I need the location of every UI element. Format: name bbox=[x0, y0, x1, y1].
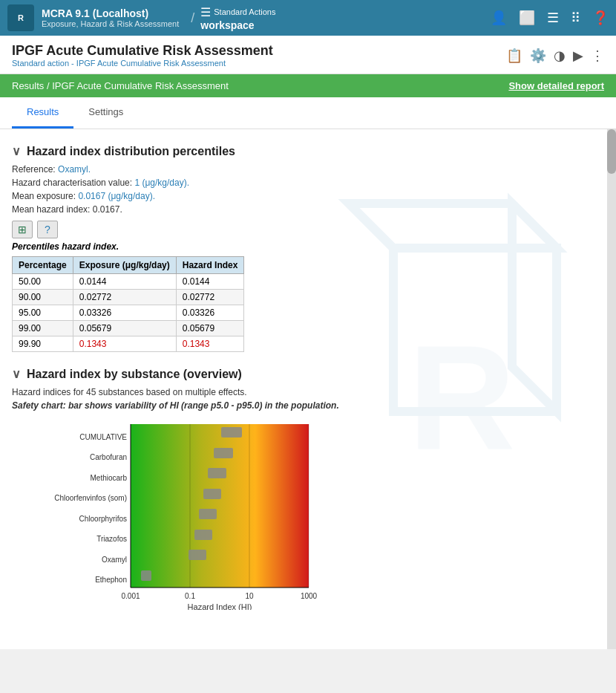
action-title-area: IPGF Acute Cumulative Risk Assessment St… bbox=[12, 43, 506, 68]
scrollbar[interactable] bbox=[607, 129, 616, 649]
svg-text:Triazofos: Triazofos bbox=[96, 535, 127, 543]
svg-rect-17 bbox=[203, 489, 221, 499]
person-icon[interactable]: 👤 bbox=[491, 10, 507, 26]
svg-text:Ethephon: Ethephon bbox=[95, 576, 127, 584]
substance-subtitle: Hazard indices for 45 substances based o… bbox=[12, 387, 595, 397]
hazard-char-value: 1 (μg/kg/day). bbox=[134, 178, 189, 188]
table-row: 95.000.033260.03326 bbox=[13, 305, 244, 321]
svg-text:Carbofuran: Carbofuran bbox=[90, 453, 127, 461]
tabs-bar: Results Settings bbox=[0, 97, 616, 129]
show-detailed-report-button[interactable]: Show detailed report bbox=[508, 80, 604, 91]
svg-text:CUMULATIVE: CUMULATIVE bbox=[79, 433, 127, 441]
table-cell: 50.00 bbox=[13, 274, 73, 290]
section-substance-title: Hazard index by substance (overview) bbox=[27, 368, 242, 381]
app-name: MCRA 9.1 (Localhost) bbox=[42, 7, 179, 19]
col-header-percentage: Percentage bbox=[13, 257, 73, 274]
table-cell: 0.05679 bbox=[176, 321, 244, 336]
section-hazard-index: ∨ Hazard index distribution percentiles bbox=[12, 144, 595, 158]
svg-rect-13 bbox=[214, 448, 233, 458]
percentiles-label: Percentiles hazard index. bbox=[12, 241, 595, 252]
table-cell: 0.1343 bbox=[176, 336, 244, 352]
workspace-group: ☰ Standard Actions workspace bbox=[200, 5, 275, 31]
svg-rect-11 bbox=[221, 427, 242, 437]
table-cell: 0.03326 bbox=[73, 305, 176, 321]
table-row: 50.000.01440.0144 bbox=[13, 274, 244, 290]
breadcrumb: Results / IPGF Acute Cumulative Risk Ass… bbox=[12, 80, 229, 91]
play-icon[interactable]: ▶ bbox=[573, 48, 583, 64]
svg-rect-19 bbox=[199, 509, 217, 519]
svg-text:0.1: 0.1 bbox=[185, 592, 195, 600]
top-nav: R MCRA 9.1 (Localhost) Exposure, Hazard … bbox=[0, 0, 616, 36]
hazard-chart: CUMULATIVE Carbofuran Methiocarb Chloorf… bbox=[19, 417, 331, 612]
page-subtitle: Standard action - IPGF Acute Cumulative … bbox=[12, 59, 506, 68]
svg-rect-15 bbox=[208, 468, 226, 478]
mean-hazard-line: Mean hazard index: 0.0167. bbox=[12, 204, 595, 215]
svg-text:1000: 1000 bbox=[301, 592, 318, 600]
svg-text:Chloorfenvinfos (som): Chloorfenvinfos (som) bbox=[54, 494, 127, 502]
tab-settings[interactable]: Settings bbox=[73, 97, 138, 128]
table-row: 90.000.027720.02772 bbox=[13, 290, 244, 305]
action-bar-icons: 📋 ⚙️ ◑ ▶ ⋮ bbox=[506, 48, 604, 64]
col-header-hi: Hazard Index bbox=[176, 257, 244, 274]
svg-text:Oxamyl: Oxamyl bbox=[102, 556, 127, 564]
table-cell: 99.00 bbox=[13, 321, 73, 336]
workspace-icon-label: ☰ Standard Actions bbox=[200, 5, 275, 19]
workspace-name: Standard Actions bbox=[214, 7, 275, 16]
main-content: R ∨ Hazard index distribution percentile… bbox=[0, 129, 616, 649]
book-icon[interactable]: 📋 bbox=[506, 48, 522, 64]
top-nav-icons: 👤 ⬜ ☰ ⠿ ❓ bbox=[491, 10, 609, 26]
chevron-down-icon[interactable]: ∨ bbox=[12, 144, 21, 158]
table-row: 99.000.056790.05679 bbox=[13, 321, 244, 336]
col-header-exposure: Exposure (μg/kg/day) bbox=[73, 257, 176, 274]
table-cell: 0.02772 bbox=[73, 290, 176, 305]
action-bar: IPGF Acute Cumulative Risk Assessment St… bbox=[0, 36, 616, 74]
nav-separator: / bbox=[191, 10, 194, 26]
table-cell: 95.00 bbox=[13, 305, 73, 321]
app-subtitle: Exposure, Hazard & Risk Assessment bbox=[42, 19, 179, 28]
app-logo: R bbox=[7, 4, 34, 31]
svg-text:0.001: 0.001 bbox=[121, 592, 140, 600]
table-cell: 0.02772 bbox=[176, 290, 244, 305]
scrollbar-thumb[interactable] bbox=[607, 129, 616, 174]
help-button[interactable]: ? bbox=[37, 221, 58, 238]
section-substance-overview: ∨ Hazard index by substance (overview) bbox=[12, 367, 595, 381]
hazard-char-line: Hazard characterisation value: 1 (μg/kg/… bbox=[12, 178, 595, 188]
content-area: ∨ Hazard index distribution percentiles … bbox=[0, 129, 607, 624]
export-excel-button[interactable]: ⊞ bbox=[12, 221, 33, 238]
page-title: IPGF Acute Cumulative Risk Assessment bbox=[12, 43, 506, 59]
table-row: 99.900.13430.1343 bbox=[13, 336, 244, 352]
table-toolbar: ⊞ ? bbox=[12, 221, 595, 238]
svg-text:10: 10 bbox=[245, 592, 254, 600]
workspace-sublabel: workspace bbox=[200, 19, 275, 31]
list-icon[interactable]: ☰ bbox=[547, 10, 559, 26]
svg-rect-21 bbox=[194, 530, 212, 540]
bar-chart-svg: CUMULATIVE Carbofuran Methiocarb Chloorf… bbox=[19, 417, 331, 610]
grid-icon[interactable]: ⠿ bbox=[571, 10, 580, 26]
section-hazard-title: Hazard index distribution percentiles bbox=[27, 145, 235, 158]
svg-rect-23 bbox=[189, 550, 206, 560]
svg-rect-25 bbox=[141, 570, 151, 581]
window-icon[interactable]: ⬜ bbox=[519, 10, 535, 26]
table-cell: 99.90 bbox=[13, 336, 73, 352]
chevron-down-icon-2[interactable]: ∨ bbox=[12, 367, 21, 381]
help-icon[interactable]: ❓ bbox=[592, 10, 609, 26]
table-cell: 0.05679 bbox=[73, 321, 176, 336]
svg-text:Hazard Index (HI): Hazard Index (HI) bbox=[188, 602, 252, 610]
table-cell: 0.0144 bbox=[73, 274, 176, 290]
tab-results[interactable]: Results bbox=[12, 97, 73, 128]
chart-icon[interactable]: ◑ bbox=[554, 48, 566, 64]
app-title-group: MCRA 9.1 (Localhost) Exposure, Hazard & … bbox=[42, 7, 179, 28]
more-icon[interactable]: ⋮ bbox=[591, 48, 604, 64]
reference-value: Oxamyl. bbox=[58, 164, 91, 175]
mean-hazard-value: 0.0167. bbox=[93, 204, 122, 215]
reference-line: Reference: Oxamyl. bbox=[12, 164, 595, 175]
table-cell: 0.1343 bbox=[73, 336, 176, 352]
table-cell: 0.03326 bbox=[176, 305, 244, 321]
chart-subtitle: Safety chart: bar shows variability of H… bbox=[12, 400, 595, 411]
result-header: Results / IPGF Acute Cumulative Risk Ass… bbox=[0, 74, 616, 97]
svg-text:Methiocarb: Methiocarb bbox=[91, 474, 128, 482]
table-cell: 0.0144 bbox=[176, 274, 244, 290]
table-cell: 90.00 bbox=[13, 290, 73, 305]
gear-icon[interactable]: ⚙️ bbox=[530, 48, 546, 64]
mean-exposure-line: Mean exposure: 0.0167 (μg/kg/day). bbox=[12, 191, 595, 201]
